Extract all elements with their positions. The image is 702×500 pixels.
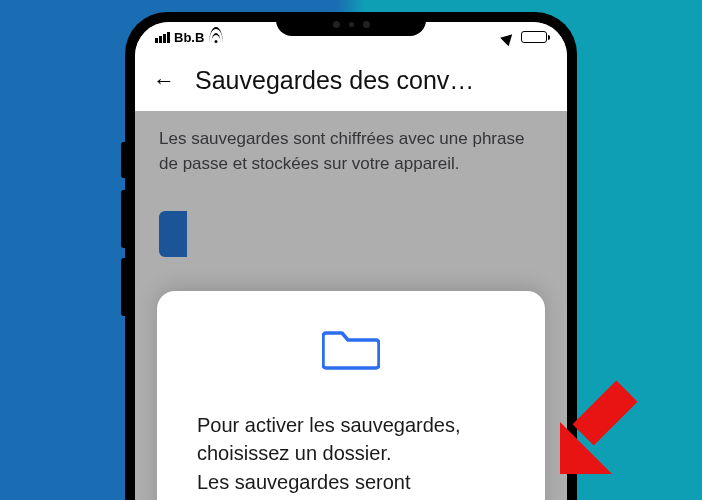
battery-icon: [521, 31, 547, 43]
back-icon[interactable]: ←: [153, 70, 175, 92]
location-icon: [500, 30, 516, 46]
status-right: [503, 31, 547, 43]
status-left: Bb.B: [155, 30, 223, 45]
sheet-line2: Les sauvegardes seront enregistrées dans…: [197, 471, 410, 500]
sensor-dot: [349, 22, 354, 27]
sheet-line1: Pour activer les sauvegardes, choisissez…: [197, 414, 460, 464]
choose-folder-sheet: Pour activer les sauvegardes, choisissez…: [157, 291, 545, 500]
sensor-dot: [333, 21, 340, 28]
folder-icon: [322, 325, 380, 371]
phone-frame: Bb.B ← Sauvegardes des conv… Les sauvega…: [125, 12, 577, 500]
notch: [276, 12, 426, 36]
volume-up-button: [121, 190, 125, 248]
content-area: Les sauvegardes sont chiffrées avec une …: [135, 111, 567, 500]
side-button: [121, 142, 125, 178]
screen: Bb.B ← Sauvegardes des conv… Les sauvega…: [135, 22, 567, 500]
camera-dot: [363, 21, 370, 28]
background: Bb.B ← Sauvegardes des conv… Les sauvega…: [0, 0, 702, 500]
sheet-message: Pour activer les sauvegardes, choisissez…: [197, 411, 505, 500]
page-title: Sauvegardes des conv…: [195, 66, 549, 95]
svg-rect-0: [572, 380, 637, 445]
volume-down-button: [121, 258, 125, 316]
app-bar: ← Sauvegardes des conv…: [135, 52, 567, 111]
wifi-icon: [208, 32, 223, 43]
carrier-label: Bb.B: [174, 30, 204, 45]
signal-icon: [155, 32, 170, 43]
